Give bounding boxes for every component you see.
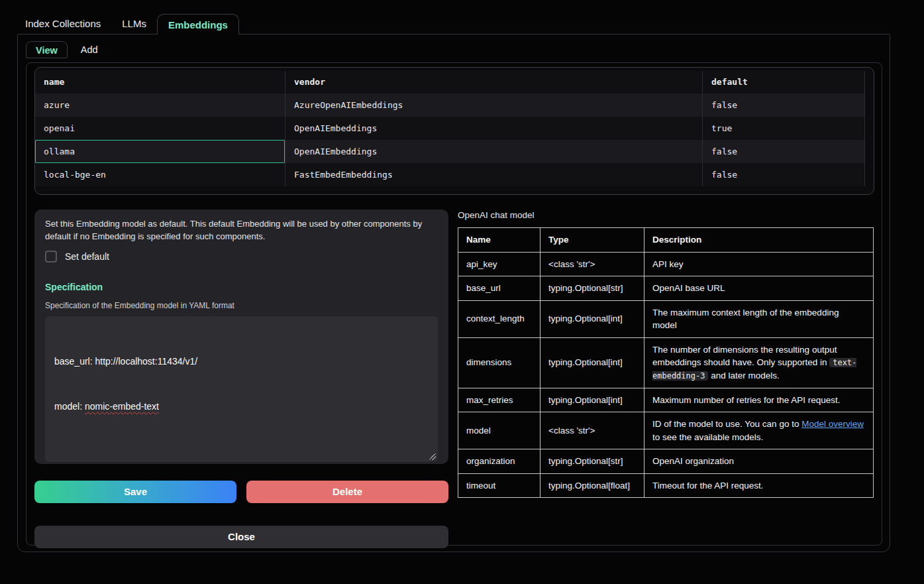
doc-row-base-url: base_urltyping.Optional[str]OpenAI base … (458, 276, 874, 301)
default-help-text: Set this Embedding model as default. Thi… (45, 218, 438, 243)
doc-title: OpenAI chat model (458, 210, 874, 220)
doc-row-model: model<class 'str'>ID of the model to use… (458, 412, 874, 449)
specification-help-text: Specification of the Embedding model in … (45, 301, 438, 310)
doc-cell-max-retries-description: Maximum number of retries for the API re… (644, 388, 874, 412)
grid-header-default: default (703, 71, 865, 93)
grid-row-azure[interactable]: azureAzureOpenAIEmbeddingsfalse (35, 93, 865, 117)
grid-cell-local-bge-en-vendor[interactable]: FastEmbedEmbeddings (285, 163, 703, 186)
doc-desc-text: OpenAI organization (652, 456, 734, 466)
doc-cell-context-length-type: typing.Optional[int] (540, 300, 644, 337)
doc-desc-text: OpenAI base URL (652, 283, 725, 293)
doc-header-row: NameTypeDescription (458, 228, 874, 253)
grid-header-vendor: vendor (285, 71, 703, 93)
doc-header-description: Description (644, 228, 874, 253)
doc-header-type: Type (540, 228, 644, 253)
doc-desc-text: Timeout for the API request. (652, 481, 764, 491)
main-tab-bar: Index CollectionsLLMsEmbeddings (0, 13, 924, 34)
sub-tab-view[interactable]: View (26, 41, 68, 58)
doc-cell-api-key-description: API key (644, 252, 874, 276)
grid-cell-azure-name[interactable]: azure (35, 93, 285, 117)
doc-cell-base-url-type: typing.Optional[str] (540, 276, 644, 301)
doc-cell-model-type: <class 'str'> (540, 412, 644, 449)
save-button[interactable]: Save (34, 481, 236, 503)
model-doc-table: NameTypeDescription api_key<class 'str'>… (458, 227, 874, 498)
delete-button[interactable]: Delete (246, 481, 448, 503)
yaml-line-2-misspelled-word: nomic-embed-text (85, 401, 159, 412)
grid-cell-local-bge-en-name[interactable]: local-bge-en (35, 163, 285, 186)
grid-cell-openai-name[interactable]: openai (35, 117, 285, 140)
default-settings-card: Set this Embedding model as default. Thi… (34, 209, 448, 464)
doc-desc-text: ID of the model to use. You can go to (652, 419, 801, 429)
main-tab-llms[interactable]: LLMs (111, 13, 157, 34)
doc-row-timeout: timeouttyping.Optional[float]Timeout for… (458, 473, 874, 498)
sub-tab-add[interactable]: Add (72, 41, 107, 58)
grid-cell-openai-vendor[interactable]: OpenAIEmbeddings (285, 117, 703, 140)
view-tab-panel: namevendordefaultazureAzureOpenAIEmbeddi… (26, 62, 882, 546)
grid-cell-ollama-default[interactable]: false (703, 140, 865, 163)
embedding-detail-column: Set this Embedding model as default. Thi… (34, 209, 448, 548)
doc-cell-model-description: ID of the model to use. You can go to Mo… (644, 412, 874, 449)
set-default-checkbox[interactable] (45, 251, 57, 263)
doc-cell-timeout-type: typing.Optional[float] (540, 473, 644, 498)
doc-row-max-retries: max_retriestyping.Optional[int]Maximum n… (458, 388, 874, 412)
doc-cell-organization-name: organization (458, 449, 540, 474)
doc-cell-timeout-name: timeout (458, 473, 540, 498)
doc-link-model-overview[interactable]: Model overview (801, 419, 864, 429)
doc-cell-max-retries-name: max_retries (458, 388, 540, 412)
sub-tab-bar: ViewAdd (26, 41, 882, 58)
resize-grip-icon[interactable] (429, 453, 436, 460)
doc-desc-text: The maximum context length of the embedd… (652, 308, 839, 331)
doc-cell-max-retries-type: typing.Optional[int] (540, 388, 644, 412)
doc-cell-dimensions-name: dimensions (458, 337, 540, 388)
doc-cell-base-url-description: OpenAI base URL (644, 276, 874, 301)
page: Index CollectionsLLMsEmbeddings ViewAdd … (0, 0, 924, 552)
doc-desc-text: and later models. (708, 371, 779, 380)
set-default-label: Set default (65, 251, 109, 262)
doc-table-body: api_key<class 'str'>API keybase_urltypin… (458, 252, 874, 498)
doc-header-name: Name (458, 228, 540, 253)
grid-cell-azure-vendor[interactable]: AzureOpenAIEmbeddings (285, 93, 703, 117)
doc-row-api-key: api_key<class 'str'>API key (458, 252, 874, 276)
main-tab-index-collections[interactable]: Index Collections (15, 13, 111, 34)
doc-row-organization: organizationtyping.Optional[str]OpenAI o… (458, 449, 874, 474)
doc-cell-base-url-name: base_url (458, 276, 540, 301)
specification-heading: Specification (45, 282, 438, 292)
doc-row-context-length: context_lengthtyping.Optional[int]The ma… (458, 300, 874, 337)
doc-cell-dimensions-description: The number of dimensions the resulting o… (644, 337, 874, 388)
doc-cell-organization-description: OpenAI organization (644, 449, 874, 474)
grid-cell-openai-default[interactable]: true (703, 117, 865, 140)
doc-row-dimensions: dimensionstyping.Optional[int]The number… (458, 337, 874, 388)
spec-yaml-input[interactable]: base_url: http://localhost:11434/v1/ mod… (45, 316, 438, 462)
doc-cell-dimensions-type: typing.Optional[int] (540, 337, 644, 388)
grid-row-openai[interactable]: openaiOpenAIEmbeddingstrue (35, 117, 865, 140)
grid-row-local-bge-en[interactable]: local-bge-enFastEmbedEmbeddingsfalse (35, 163, 865, 186)
action-button-row: Save Delete (34, 481, 448, 503)
doc-desc-text: The number of dimensions the resulting o… (652, 345, 837, 368)
close-button[interactable]: Close (34, 526, 448, 548)
embeddings-tab-panel: ViewAdd namevendordefaultazureAzureOpenA… (17, 34, 890, 552)
embeddings-table: namevendordefaultazureAzureOpenAIEmbeddi… (34, 67, 874, 195)
doc-cell-api-key-type: <class 'str'> (540, 252, 644, 276)
doc-cell-api-key-name: api_key (458, 252, 540, 276)
grid-header-name: name (35, 71, 285, 93)
grid-header-row: namevendordefault (35, 71, 865, 93)
doc-desc-text: to see the available models. (652, 432, 763, 442)
grid-row-ollama[interactable]: ollamaOpenAIEmbeddingsfalse (35, 140, 865, 163)
doc-cell-timeout-description: Timeout for the API request. (644, 473, 874, 498)
doc-desc-text: Maximum number of retries for the API re… (652, 395, 841, 405)
doc-cell-context-length-description: The maximum context length of the embedd… (644, 300, 874, 337)
doc-cell-context-length-name: context_length (458, 300, 540, 337)
model-doc-column: OpenAI chat model NameTypeDescription ap… (458, 209, 874, 548)
doc-cell-model-name: model (458, 412, 540, 449)
yaml-line-2-prefix: model: (54, 401, 85, 412)
doc-cell-organization-type: typing.Optional[str] (540, 449, 644, 474)
grid-cell-azure-default[interactable]: false (703, 93, 865, 117)
set-default-checkbox-row[interactable]: Set default (45, 251, 438, 263)
grid-cell-local-bge-en-default[interactable]: false (703, 163, 865, 186)
main-tab-embeddings[interactable]: Embeddings (157, 14, 239, 34)
yaml-line-1: base_url: http://localhost:11434/v1/ (54, 356, 197, 367)
doc-desc-text: API key (652, 259, 684, 269)
grid-cell-ollama-name[interactable]: ollama (35, 140, 285, 163)
grid-cell-ollama-vendor[interactable]: OpenAIEmbeddings (285, 140, 703, 163)
detail-row: Set this Embedding model as default. Thi… (34, 209, 874, 548)
